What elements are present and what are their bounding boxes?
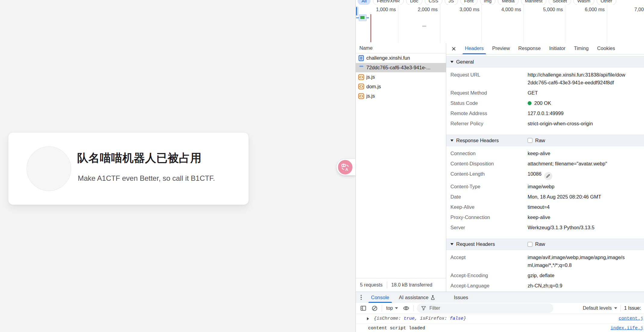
timeline-gridline [607,5,607,43]
request-name: js.js [366,74,375,80]
tab-console[interactable]: Console [366,292,394,303]
console-filter-input[interactable] [429,305,549,311]
network-request-row[interactable]: js.js [356,91,446,101]
timeline-gridline [440,5,440,43]
header-row: Accept-Languagezh-CN,zh;q=0.9 [446,280,644,291]
status-dot-icon [528,101,532,105]
issues-counter[interactable]: 1 Issue: [624,305,641,311]
header-row: Request MethodGET [446,88,644,98]
tab-issues[interactable]: Issues [449,292,473,303]
timeline-tick-label: 3,000 ms [459,7,479,12]
console-sidebar-toggle-icon[interactable] [359,304,367,312]
timeline-gridline [565,5,565,43]
filter-pill-js[interactable]: JS [445,0,458,5]
script-icon [358,83,364,89]
header-value: keep-alive [528,149,644,157]
raw-checkbox[interactable] [528,138,532,143]
source-link[interactable]: content.j [619,316,643,321]
filter-pill-socket[interactable]: Socket [549,0,571,5]
log-levels-dropdown[interactable]: Default levels [583,305,617,311]
section-title: General [456,59,474,65]
filter-pill-other[interactable]: Other [597,0,616,5]
context-label: top [386,305,393,311]
tab-ai-assistance[interactable]: AI assistance [394,292,440,303]
header-name: Accept-Language [450,282,528,290]
raw-label: Raw [535,241,545,247]
timeline-tick-label: 4,000 ms [501,7,521,12]
header-row: Content-Typeimage/webp [446,181,644,192]
timeline-drag-handle-icon[interactable] [356,6,358,16]
section-rows: Connectionkeep-aliveContent-Dispositiona… [446,146,644,233]
tab-response[interactable]: Response [514,43,545,54]
network-rows: challenge.xinshi.fun72ddc765-caf6-43e3-9… [356,53,446,101]
chevron-down-icon [395,307,398,309]
network-timeline[interactable]: 1,000 ms2,000 ms3,000 ms4,000 ms5,000 ms… [356,5,644,43]
filter-pill-img[interactable]: Img [480,0,496,5]
funnel-filter-icon [421,306,426,311]
filter-pill-css[interactable]: CSS [425,0,442,5]
raw-checkbox[interactable] [528,242,532,247]
header-name: Content-Disposition [450,160,528,168]
network-request-row[interactable]: js.js [356,72,446,82]
raw-toggle[interactable]: Raw [528,138,545,143]
section-header[interactable]: Request HeadersRaw [446,239,644,250]
timeline-tick-label: 5,000 ms [543,7,563,12]
object-text: , isFirefox: [415,316,450,321]
context-selector[interactable]: top [385,305,399,311]
header-row: Referrer Policystrict-origin-when-cross-… [446,118,644,129]
filter-pill-media[interactable]: Media [498,0,518,5]
filter-pill-font[interactable]: Font [460,0,478,5]
header-row: DateMon, 18 Aug 2025 08:20:46 GMT [446,192,644,202]
network-request-row[interactable]: dom.js [356,82,446,92]
tab-issues-label: Issues [454,292,468,302]
tab-cookies[interactable]: Cookies [593,43,619,54]
svg-text:A: A [346,167,348,172]
raw-toggle[interactable]: Raw [528,241,545,247]
team-name-card [8,132,249,205]
tab-initiator[interactable]: Initiator [545,43,570,54]
tab-headers[interactable]: Headers [461,43,488,54]
header-name: Content-Length [450,170,528,180]
tab-preview[interactable]: Preview [488,43,514,54]
tab-timing[interactable]: Timing [570,43,593,54]
divider [620,305,621,311]
timeline-gridline [523,5,524,43]
object-text: {isChrome: [374,316,404,321]
section-rows: Acceptimage/avif,image/webp,image/apng,i… [446,250,644,292]
filter-pill-wasm[interactable]: Wasm [573,0,594,5]
filter-pill-doc[interactable]: Doc [406,0,422,5]
network-list-name-header[interactable]: Name [356,43,446,53]
section-header[interactable]: Response HeadersRaw [446,135,644,146]
headers-section: Response HeadersRawConnectionkeep-aliveC… [446,135,644,233]
clear-console-icon[interactable] [371,304,378,312]
filter-pill-manifest[interactable]: Manifest [521,0,547,5]
disclosure-triangle-icon [450,243,453,245]
details-tabs: HeadersPreviewResponseInitiatorTimingCoo… [461,43,619,54]
object-preview[interactable]: {isChrome: true, isFirefox: false} [374,316,466,321]
flask-icon [431,295,435,300]
timeline-tick-label: 2,000 ms [418,7,438,12]
timeline-tick-label: 1,000 ms [376,7,396,12]
kebab-menu-icon[interactable] [356,295,366,300]
network-request-row[interactable]: 72ddc765-caf6-43e3-941e-... [356,63,446,73]
network-request-row[interactable]: challenge.xinshi.fun [356,53,446,63]
filter-pill-fetch-xhr[interactable]: Fetch/XHR [373,0,404,5]
live-expression-eye-icon[interactable] [402,304,410,312]
expand-arrow-icon[interactable] [367,317,369,320]
source-link[interactable]: index.iife.j [611,326,643,331]
section-header[interactable]: General [446,56,644,67]
waterfall-late-request-bar [422,26,426,27]
close-details-button[interactable] [446,46,461,52]
header-row: Status Code200 OK [446,98,644,108]
tab-console-label: Console [371,292,390,302]
edit-icon[interactable] [544,172,552,180]
filter-pill-all[interactable]: All [358,0,371,5]
console-filter-field[interactable] [417,303,553,313]
request-name: dom.js [366,84,381,89]
header-value: strict-origin-when-cross-origin [528,120,644,127]
translate-button[interactable]: A [338,160,352,174]
header-value: Mon, 18 Aug 2025 08:20:46 GMT [528,193,644,201]
devtools-panel: AllFetch/XHRDocCSSJSFontImgMediaManifest… [355,0,644,332]
header-name: Request Method [450,89,528,97]
load-event-line [371,14,371,42]
